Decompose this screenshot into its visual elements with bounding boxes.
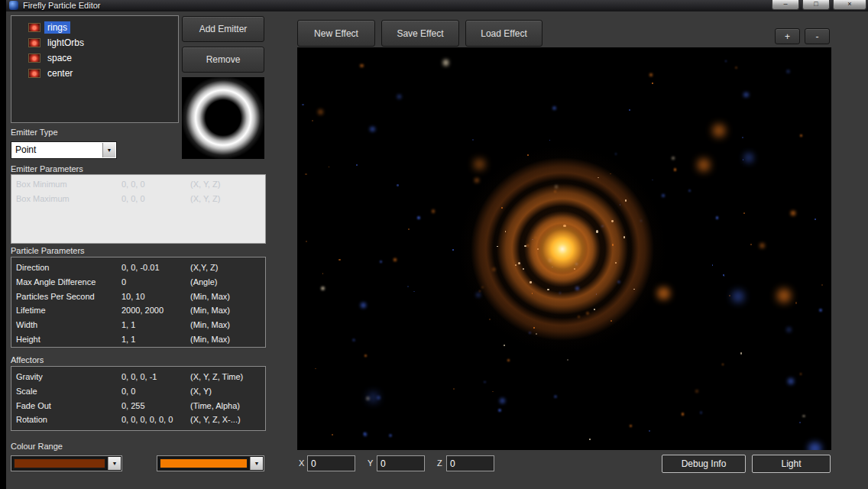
param-name: Lifetime xyxy=(16,303,121,318)
affectors-table[interactable]: Gravity 0, 0, 0, -1 (X, Y, Z, Time) Scal… xyxy=(11,366,266,431)
param-value: 2000, 2000 xyxy=(121,303,190,318)
emitter-icon xyxy=(28,23,40,32)
param-name: Fade Out xyxy=(16,399,121,413)
param-value: 0, 0, 0, 0, 0, 0 xyxy=(121,413,190,427)
colour-range-end-dropdown[interactable]: ▼ xyxy=(157,455,264,471)
param-hint: (X, Y, Z) xyxy=(190,192,265,206)
desktop-edge xyxy=(0,0,6,489)
list-item-lightorbs[interactable]: lightOrbs xyxy=(28,35,178,50)
emitter-texture-preview xyxy=(182,77,264,159)
param-name: Direction xyxy=(16,261,121,275)
param-hint: (X, Y, Z) xyxy=(190,177,265,192)
param-hint: (Angle) xyxy=(190,275,265,290)
param-name: Scale xyxy=(16,384,121,399)
emitter-type-label: Emitter Type xyxy=(11,128,58,137)
param-row[interactable]: Box Minimum 0, 0, 0 (X, Y, Z) xyxy=(11,177,265,192)
list-item-label: space xyxy=(44,52,75,64)
param-row[interactable]: Max Angle Difference 0 (Angle) xyxy=(11,275,265,290)
param-name: Max Angle Difference xyxy=(16,275,121,290)
particle-parameters-label: Particle Parameters xyxy=(11,246,85,255)
light-button[interactable]: Light xyxy=(752,455,831,473)
maximize-icon: □ xyxy=(814,0,818,8)
colour-range-start-dropdown[interactable]: ▼ xyxy=(11,455,122,471)
param-value: 0, 0, 0 xyxy=(121,192,190,206)
param-value: 0, 0 xyxy=(121,384,190,399)
load-effect-button[interactable]: Load Effect xyxy=(465,20,542,47)
close-button[interactable]: × xyxy=(833,0,866,10)
colour-swatch-start xyxy=(14,458,105,468)
param-value: 0, 0, -0.01 xyxy=(121,261,190,275)
app-window: Firefly Particle Editor – □ × rings ligh… xyxy=(0,0,868,489)
list-item-space[interactable]: space xyxy=(28,50,178,66)
param-hint: (X,Y, Z) xyxy=(190,261,265,275)
param-row[interactable]: Box Maximum 0, 0, 0 (X, Y, Z) xyxy=(11,192,265,206)
list-item-label: center xyxy=(44,67,76,79)
param-name: Particles Per Second xyxy=(16,290,121,304)
chevron-down-icon[interactable]: ▼ xyxy=(102,143,115,157)
emitter-parameters-label: Emitter Parameters xyxy=(11,164,83,173)
param-row[interactable]: Direction 0, 0, -0.01 (X,Y, Z) xyxy=(11,261,265,275)
emitter-parameters-table[interactable]: Box Minimum 0, 0, 0 (X, Y, Z) Box Maximu… xyxy=(11,174,266,244)
param-value: 0, 0, 0, -1 xyxy=(121,370,190,384)
colour-range-label: Colour Range xyxy=(11,442,63,451)
minimize-button[interactable]: – xyxy=(772,0,799,10)
list-item-label: lightOrbs xyxy=(44,37,87,49)
x-input[interactable] xyxy=(307,455,355,471)
emitter-type-value: Point xyxy=(15,142,36,158)
minimize-icon: – xyxy=(783,0,787,8)
param-hint: (Min, Max) xyxy=(190,332,265,347)
x-label: X xyxy=(299,458,304,468)
param-row[interactable]: Fade Out 0, 255 (Time, Alpha) xyxy=(11,399,265,413)
param-value: 0, 255 xyxy=(121,399,190,413)
emitter-list[interactable]: rings lightOrbs space center xyxy=(11,15,179,123)
param-row[interactable]: Gravity 0, 0, 0, -1 (X, Y, Z, Time) xyxy=(11,370,265,384)
particle-effect-rings xyxy=(297,47,831,450)
y-label: Y xyxy=(368,458,373,468)
titlebar[interactable]: Firefly Particle Editor – □ × xyxy=(6,0,868,11)
emitter-icon xyxy=(28,53,40,63)
list-item-label: rings xyxy=(44,21,70,34)
chevron-down-icon[interactable]: ▼ xyxy=(108,457,121,470)
colour-swatch-end xyxy=(160,458,248,468)
window-controls: – □ × xyxy=(772,0,866,10)
particle-parameters-table[interactable]: Direction 0, 0, -0.01 (X,Y, Z) Max Angle… xyxy=(11,257,266,348)
param-row[interactable]: Width 1, 1 (Min, Max) xyxy=(11,318,265,332)
param-row[interactable]: Scale 0, 0 (X, Y) xyxy=(11,384,265,399)
zoom-in-button[interactable]: + xyxy=(775,28,800,44)
param-name: Box Minimum xyxy=(16,177,121,192)
viewport[interactable] xyxy=(297,47,831,450)
zoom-out-button[interactable]: - xyxy=(805,28,830,44)
param-row[interactable]: Particles Per Second 10, 10 (Min, Max) xyxy=(11,290,265,304)
param-name: Gravity xyxy=(16,370,121,384)
param-row[interactable]: Rotation 0, 0, 0, 0, 0, 0 (X, Y, Z, X-..… xyxy=(11,413,265,427)
remove-emitter-button[interactable]: Remove xyxy=(182,47,264,73)
save-effect-button[interactable]: Save Effect xyxy=(381,20,459,47)
list-item-rings[interactable]: rings xyxy=(28,20,178,35)
add-emitter-button[interactable]: Add Emitter xyxy=(182,16,264,42)
param-row[interactable]: Height 1, 1 (Min, Max) xyxy=(11,332,265,347)
y-input[interactable] xyxy=(377,455,425,471)
affectors-label: Affectors xyxy=(11,355,44,364)
param-hint: (Min, Max) xyxy=(190,318,265,332)
param-name: Rotation xyxy=(16,413,121,427)
new-effect-button[interactable]: New Effect xyxy=(297,20,375,47)
emitter-icon xyxy=(28,69,40,78)
param-hint: (Time, Alpha) xyxy=(190,399,265,413)
param-value: 1, 1 xyxy=(121,332,190,347)
param-row[interactable]: Lifetime 2000, 2000 (Min, Max) xyxy=(11,303,265,318)
param-name: Box Maximum xyxy=(16,192,121,206)
maximize-button[interactable]: □ xyxy=(802,0,830,10)
z-label: Z xyxy=(437,458,442,468)
chevron-down-icon[interactable]: ▼ xyxy=(250,457,263,470)
param-value: 0 xyxy=(121,275,190,290)
z-input[interactable] xyxy=(446,455,494,471)
emitter-type-dropdown[interactable]: Point ▼ xyxy=(11,141,117,159)
param-hint: (X, Y, Z, X-...) xyxy=(190,413,265,427)
param-hint: (Min, Max) xyxy=(190,290,265,304)
param-hint: (X, Y) xyxy=(190,384,265,399)
param-hint: (X, Y, Z, Time) xyxy=(190,370,265,384)
param-value: 1, 1 xyxy=(121,318,190,332)
param-value: 0, 0, 0 xyxy=(121,177,190,192)
list-item-center[interactable]: center xyxy=(28,66,178,81)
debug-info-button[interactable]: Debug Info xyxy=(662,455,746,473)
